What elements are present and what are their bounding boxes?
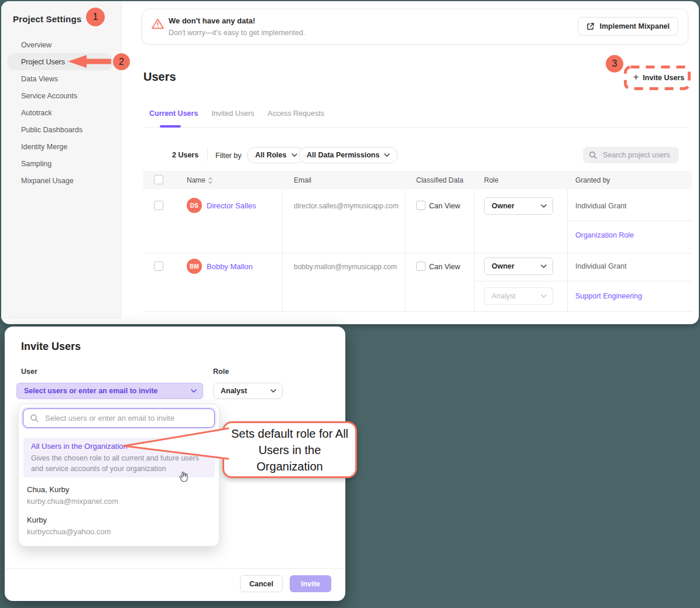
tab-access-requests[interactable]: Access Requests [267,109,324,118]
column-divider [282,189,283,311]
sidebar-item-public-dashboards[interactable]: Public Dashboards [7,121,114,138]
user-name-link[interactable]: Bobby Mallon [207,262,253,271]
chevron-down-icon [541,265,547,268]
role-select-value: Analyst [492,292,516,300]
role-select-disabled: Analyst [484,287,553,305]
table-header-row: Name Email Classified Data Role Granted … [143,171,692,189]
users-heading: Users [143,70,176,84]
row-checkbox[interactable] [154,262,163,271]
column-header-role: Role [484,176,499,184]
step-3-badge: 3 [606,55,623,73]
option-chua-kurby[interactable]: Chua, Kurby kurby.chua@mixpanel.com [27,485,118,506]
column-divider [567,189,568,311]
column-header-name[interactable]: Name [187,176,212,184]
user-name-link[interactable]: Director Salles [207,201,256,210]
grant-divider [567,221,692,221]
option-kurby[interactable]: Kurby kurbycchua@yahoo.com [27,516,111,536]
column-divider [405,189,406,311]
all-roles-label: All Roles [255,151,287,159]
can-view-label: Can View [429,202,460,210]
user-field-label: User [21,367,37,376]
column-header-classified-data: Classified Data [416,176,464,184]
row-divider [143,253,692,253]
all-roles-filter[interactable]: All Roles [247,147,306,163]
all-data-permissions-filter[interactable]: All Data Permissions [298,147,398,163]
search-project-users-box [583,147,679,163]
search-icon [30,414,39,422]
invite-users-button[interactable]: + Invite Users [633,73,684,83]
search-icon [589,151,597,159]
step-1-badge: 1 [86,8,105,26]
role-field-label: Role [213,367,229,376]
role-select-value: Owner [492,262,514,270]
role-select-value: Analyst [221,387,247,395]
chevron-down-icon [270,389,276,393]
chevron-down-icon [384,153,390,157]
row-divider [143,311,692,312]
role-select[interactable]: Owner [484,257,553,275]
select-all-checkbox[interactable] [154,175,163,184]
cancel-button[interactable]: Cancel [240,575,283,592]
sidebar-item-data-views[interactable]: Data Views [7,70,114,87]
role-select[interactable]: Analyst [213,383,283,399]
filter-by-label: Filter by [215,152,241,160]
support-engineering-link[interactable]: Support Engineering [575,292,642,300]
callout-tail [120,424,231,463]
option-title: Chua, Kurby [27,485,118,494]
chevron-down-icon [291,153,297,157]
user-email: bobby.mallon@mymusicapp.com [294,263,397,271]
active-tab-underline [160,125,181,128]
tabs-divider [143,127,687,128]
can-view-checkbox[interactable] [416,262,426,271]
banner-subtitle: Don't worry—it's easy to get implemented… [169,29,305,37]
dialog-title: Invite Users [21,341,81,353]
sidebar: Project Settings Overview Project Users … [1,1,122,319]
chevron-down-icon [541,204,547,208]
chevron-down-icon [541,294,547,298]
arrow-left-icon [67,54,112,69]
option-title: All Users in the Organization [31,442,128,451]
implement-mixpanel-button[interactable]: Implement Mixpanel [578,17,678,36]
invite-button[interactable]: Invite [290,575,331,592]
hand-cursor-icon [177,470,190,484]
sidebar-item-sampling[interactable]: Sampling [7,155,114,172]
project-settings-window: Project Settings Overview Project Users … [1,1,699,324]
screenshot-canvas: Project Settings Overview Project Users … [0,0,700,608]
option-email: kurbycchua@yahoo.com [27,527,111,536]
callout-text: Sets default role for All Users in the O… [227,425,353,475]
user-select[interactable]: Select users or enter an email to invite [16,383,203,399]
step-2-badge: 2 [113,53,130,70]
tab-current-users[interactable]: Current Users [149,109,198,118]
invite-users-label: Invite Users [643,74,684,82]
external-link-icon [586,22,595,30]
sidebar-item-mixpanel-usage[interactable]: Mixpanel Usage [7,172,114,189]
callout-annotation: Sets default role for All Users in the O… [222,421,357,478]
sidebar-item-autotrack[interactable]: Autotrack [7,104,114,121]
all-data-permissions-label: All Data Permissions [307,151,379,159]
banner-title: We don't have any data! [169,16,255,25]
tab-invited-users[interactable]: Invited Users [211,109,254,118]
can-view-label: Can View [429,263,460,271]
sidebar-item-identity-merge[interactable]: Identity Merge [7,138,114,155]
users-table: Name Email Classified Data Role Granted … [143,171,692,311]
option-title: Kurby [27,516,111,524]
name-header-label: Name [187,176,205,184]
sidebar-item-service-accounts[interactable]: Service Accounts [7,87,114,104]
page-title: Project Settings [13,14,81,24]
no-data-banner: We don't have any data! Don't worry—it's… [142,9,688,44]
role-select[interactable]: Owner [484,197,553,215]
user-email: director.salles@mymusicapp.com [294,202,399,210]
divider [207,148,208,161]
granted-by-value: Individual Grant [575,262,627,270]
sidebar-item-overview[interactable]: Overview [7,36,114,53]
dropdown-search-input[interactable] [44,413,208,423]
search-project-users-input[interactable] [602,150,673,160]
option-email: kurby.chua@mixpanel.com [27,497,118,506]
plus-icon: + [633,73,639,82]
user-select-value: Select users or enter an email to invite [24,387,158,395]
can-view-checkbox[interactable] [416,201,426,210]
organization-role-link[interactable]: Organization Role [575,231,634,239]
row-checkbox[interactable] [154,201,163,210]
column-divider [474,189,475,311]
avatar: DS [187,198,202,213]
